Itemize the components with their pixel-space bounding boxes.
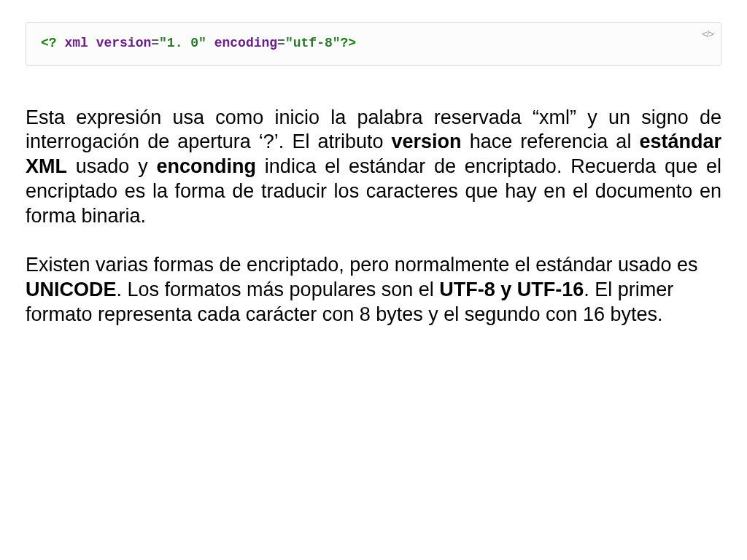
text: . Los formatos más populares son el: [117, 279, 440, 300]
equals: =: [151, 36, 159, 50]
code-block: </> <? xml version="1. 0" encoding="utf-…: [26, 22, 721, 66]
text: Existen varias formas de encriptado, per…: [26, 254, 698, 276]
bold-encoding: enconding: [157, 155, 257, 177]
bold-utf: UTF-8 y UTF-16: [439, 279, 584, 300]
xml-open-tag: <?: [41, 36, 64, 50]
space: [88, 36, 96, 50]
code-line: <? xml version="1. 0" encoding="utf-8"?>: [41, 36, 356, 50]
equals: =: [277, 36, 285, 50]
text: hace referencia al: [462, 131, 640, 152]
bold-unicode: UNICODE: [26, 279, 117, 300]
val-version: "1. 0": [159, 36, 206, 50]
attr-version: version: [96, 36, 152, 50]
bold-version: version: [392, 131, 462, 152]
paragraph-2: Existen varias formas de encriptado, per…: [26, 253, 721, 327]
paragraph-1: Esta expresión usa como inicio la palabr…: [26, 106, 721, 229]
space: [206, 36, 214, 50]
val-encoding: "utf-8": [285, 36, 341, 50]
attr-encoding: encoding: [214, 36, 277, 50]
code-icon: </>: [702, 28, 713, 39]
text: usado y: [67, 155, 157, 177]
xml-keyword: xml: [64, 36, 88, 50]
xml-close-tag: ?>: [341, 36, 357, 50]
page: </> <? xml version="1. 0" encoding="utf-…: [0, 0, 747, 327]
